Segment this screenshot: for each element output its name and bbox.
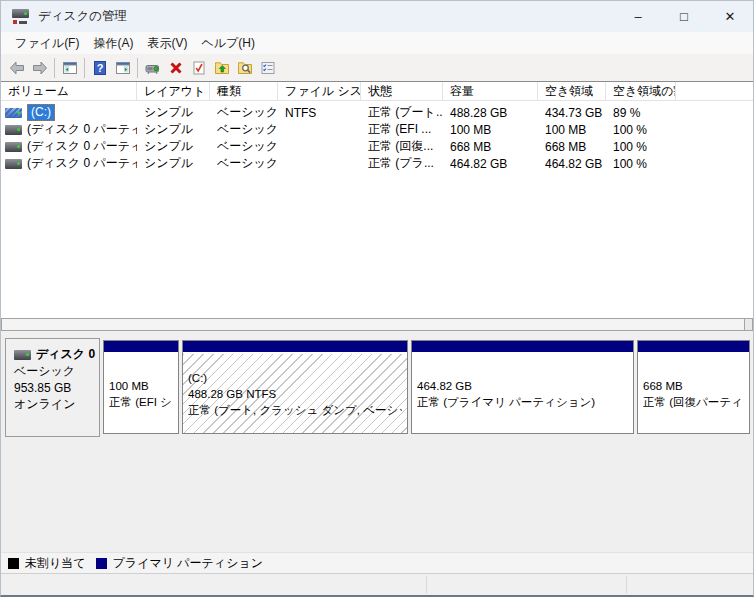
disk-management-app-icon (12, 9, 30, 24)
volume-row-primary[interactable]: (ディスク 0 パーティシ... シンプル ベーシック 正常 (プラ... 46… (1, 155, 753, 172)
volume-name: (ディスク 0 パーティシ... (27, 155, 137, 172)
back-icon[interactable] (5, 56, 28, 80)
menu-view[interactable]: 表示(V) (140, 33, 194, 54)
volume-name: (ディスク 0 パーティシ... (27, 138, 137, 155)
help-topics-icon[interactable] (256, 56, 279, 80)
volume-type: ベーシック (210, 121, 278, 138)
partition-efi[interactable]: 100 MB 正常 (EFI シス (103, 340, 179, 434)
show-action-pane-icon[interactable] (111, 56, 134, 80)
title-bar: ディスクの管理 – □ ✕ (1, 1, 753, 32)
volume-free-percent: 100 % (606, 157, 676, 171)
column-header-free-percent[interactable]: 空き領域の割... (606, 82, 676, 100)
show-console-tree-icon[interactable] (58, 56, 81, 80)
explore-folder-icon[interactable] (233, 56, 256, 80)
volume-name-selected[interactable]: (C:) (27, 104, 55, 121)
partition-recovery[interactable]: 668 MB 正常 (回復パーティシ (637, 340, 750, 434)
disk-status: オンライン (14, 396, 99, 413)
menu-bar: ファイル(F) 操作(A) 表示(V) ヘルプ(H) (1, 32, 753, 54)
volume-type: ベーシック (210, 104, 278, 121)
partition-status: 正常 (ブート, クラッシュ ダンプ, ベーシック データ (188, 402, 402, 418)
legend-unallocated-swatch (8, 558, 19, 569)
column-header-capacity[interactable]: 容量 (443, 82, 538, 100)
partition-status: 正常 (EFI シス (109, 394, 173, 410)
menu-help[interactable]: ヘルプ(H) (194, 33, 262, 54)
volume-filesystem: NTFS (278, 106, 361, 120)
volume-row-efi[interactable]: (ディスク 0 パーティシ... シンプル ベーシック 正常 (EFI ... … (1, 121, 753, 138)
legend-primary-partition: プライマリ パーティション (96, 555, 263, 572)
volume-status: 正常 (ブート... (361, 104, 443, 121)
volume-capacity: 100 MB (443, 123, 538, 137)
disk-name: ディスク 0 (36, 346, 95, 363)
delete-volume-icon[interactable] (164, 56, 187, 80)
disk-size: 953.85 GB (14, 380, 99, 397)
toolbar: ? (1, 54, 753, 82)
volume-icon (5, 108, 22, 118)
disk-0-panel[interactable]: ディスク 0 ベーシック 953.85 GB オンライン (5, 338, 100, 437)
legend-unallocated-label: 未割り当て (25, 555, 86, 572)
toolbar-separator (137, 58, 138, 78)
minimize-button[interactable]: – (615, 1, 661, 32)
volume-row-c[interactable]: (C:) シンプル ベーシック NTFS 正常 (ブート... 488.28 G… (1, 104, 753, 121)
volume-free: 668 MB (538, 140, 606, 154)
partition-status: 正常 (プライマリ パーティション) (417, 394, 628, 410)
volume-free-percent: 100 % (606, 123, 676, 137)
volume-status: 正常 (プラ... (361, 155, 443, 172)
volume-free: 464.82 GB (538, 157, 606, 171)
open-folder-icon[interactable] (210, 56, 233, 80)
help-icon[interactable]: ? (88, 56, 111, 80)
svg-text:?: ? (96, 62, 103, 74)
volume-status: 正常 (EFI ... (361, 121, 443, 138)
legend-unallocated: 未割り当て (8, 555, 86, 572)
menu-file[interactable]: ファイル(F) (8, 33, 86, 54)
partition-size: 668 MB (643, 378, 744, 394)
disk-type: ベーシック (14, 363, 99, 380)
partition-size: 100 MB (109, 378, 173, 394)
status-bar (1, 574, 753, 595)
legend-bar: 未割り当て プライマリ パーティション (1, 552, 753, 574)
volume-row-recovery[interactable]: (ディスク 0 パーティシ... シンプル ベーシック 正常 (回復... 66… (1, 138, 753, 155)
volume-capacity: 668 MB (443, 140, 538, 154)
partition-size: 488.28 GB NTFS (188, 386, 402, 402)
volume-free-percent: 89 % (606, 106, 676, 120)
partition-status: 正常 (回復パーティシ (643, 394, 744, 410)
volume-icon (5, 142, 22, 152)
partition-color-band (183, 341, 407, 354)
disk-0-row: ディスク 0 ベーシック 953.85 GB オンライン 100 MB 正常 (… (5, 338, 753, 437)
volume-type: ベーシック (210, 138, 278, 155)
graphical-view: ディスク 0 ベーシック 953.85 GB オンライン 100 MB 正常 (… (1, 336, 753, 552)
volume-status: 正常 (回復... (361, 138, 443, 155)
partition-c[interactable]: (C:) 488.28 GB NTFS 正常 (ブート, クラッシュ ダンプ, … (182, 340, 408, 434)
legend-primary-swatch (96, 558, 107, 569)
properties-icon[interactable] (141, 56, 164, 80)
disk-management-window: ディスクの管理 – □ ✕ ファイル(F) 操作(A) 表示(V) ヘルプ(H) (0, 0, 754, 597)
volume-layout: シンプル (137, 121, 210, 138)
column-header-filesystem[interactable]: ファイル システム (278, 82, 361, 100)
menu-action[interactable]: 操作(A) (86, 33, 140, 54)
volume-list-header: ボリューム レイアウト 種類 ファイル システム 状態 容量 空き領域 空き領域… (1, 82, 753, 101)
volume-type: ベーシック (210, 155, 278, 172)
mark-partition-icon[interactable] (187, 56, 210, 80)
column-header-layout[interactable]: レイアウト (137, 82, 210, 100)
volume-capacity: 488.28 GB (443, 106, 538, 120)
forward-icon[interactable] (28, 56, 51, 80)
volume-free: 100 MB (538, 123, 606, 137)
column-header-status[interactable]: 状態 (361, 82, 443, 100)
disk-icon (14, 350, 31, 360)
maximize-button[interactable]: □ (661, 1, 707, 32)
volume-free-percent: 100 % (606, 140, 676, 154)
volume-free: 434.73 GB (538, 106, 606, 120)
volume-layout: シンプル (137, 155, 210, 172)
column-header-type[interactable]: 種類 (210, 82, 278, 100)
partition-color-band (638, 341, 749, 354)
volume-layout: シンプル (137, 104, 210, 121)
status-separator (626, 576, 627, 593)
horizontal-scrollbar[interactable] (1, 318, 753, 331)
volume-capacity: 464.82 GB (443, 157, 538, 171)
partition-name: (C:) (188, 370, 402, 386)
column-header-volume[interactable]: ボリューム (1, 82, 137, 100)
partition-primary[interactable]: 464.82 GB 正常 (プライマリ パーティション) (411, 340, 634, 434)
close-button[interactable]: ✕ (707, 1, 753, 32)
toolbar-separator (54, 58, 55, 78)
volume-list: (C:) シンプル ベーシック NTFS 正常 (ブート... 488.28 G… (1, 101, 753, 318)
column-header-free-space[interactable]: 空き領域 (538, 82, 606, 100)
